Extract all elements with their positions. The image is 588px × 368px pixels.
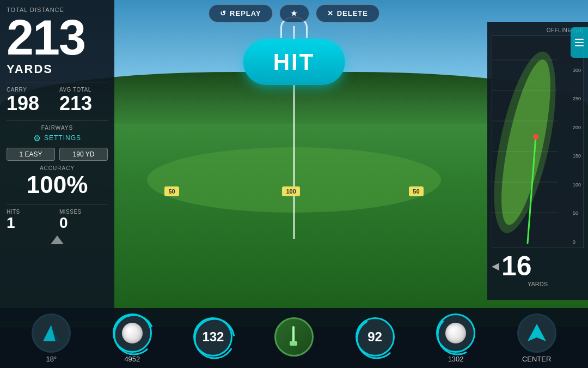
ball-speed-value: 4952 xyxy=(124,355,140,363)
misses-col: MISSES 0 xyxy=(59,209,108,232)
svg-marker-18 xyxy=(528,324,546,341)
center-label: CENTER xyxy=(522,355,551,363)
center-direction-icon xyxy=(526,322,548,344)
hits-row: HITS 1 MISSES 0 xyxy=(7,209,108,232)
menu-button[interactable] xyxy=(571,27,588,58)
sidespin-circle xyxy=(436,313,475,353)
delete-button[interactable]: ✕ DELETE xyxy=(316,4,379,22)
difficulty-badge: 1 EASY xyxy=(7,148,55,161)
backspin-arc xyxy=(356,317,398,360)
replay-button[interactable]: ↺ REPLAY xyxy=(209,4,273,22)
divider1 xyxy=(7,82,108,82)
yard-marker-center: 100 xyxy=(282,186,299,196)
accuracy-section: ACCURACY 100% xyxy=(7,165,108,198)
difficulty-row: 1 EASY 190 YD xyxy=(7,148,108,161)
svg-point-16 xyxy=(357,319,396,358)
minimap: 350 300 250 200 150 100 50 0 xyxy=(492,35,584,248)
angle-circle xyxy=(32,313,71,353)
sidespin-value: 1302 xyxy=(448,355,464,363)
offline-value-row: ◀ 16 xyxy=(492,252,584,280)
swing-speed-stat: 132 xyxy=(193,317,232,359)
scale-0: 0 xyxy=(573,239,581,245)
accuracy-label: ACCURACY xyxy=(7,165,108,171)
club-stat xyxy=(274,317,314,359)
yard-marker-left: 50 xyxy=(164,186,179,196)
scale-100: 100 xyxy=(573,182,581,188)
fairways-label: FAIRWAYS xyxy=(7,125,108,131)
svg-rect-15 xyxy=(290,341,297,346)
yardage-badge: 190 YD xyxy=(59,148,108,161)
delete-icon: ✕ xyxy=(327,9,334,17)
swing-speed-circle: 132 xyxy=(193,317,232,357)
swing-speed-arc xyxy=(193,317,236,360)
angle-stat: 18° xyxy=(32,313,71,363)
left-stats-panel: TOTAL DISTANCE 213 YARDS CARRY 198 AVG T… xyxy=(0,0,114,322)
ball-speed-stat: 4952 xyxy=(113,313,152,363)
angle-value: 18° xyxy=(46,355,57,363)
angle-indicator-icon xyxy=(40,322,62,344)
menu-line-2 xyxy=(575,42,584,43)
divider3 xyxy=(7,204,108,204)
scale-50: 50 xyxy=(573,210,581,216)
right-minimap-panel: OFFLINE (yd) 350 300 250 200 150 100 50 … xyxy=(487,22,588,300)
replay-label: REPLAY xyxy=(230,9,261,17)
offline-label: OFFLINE (yd) xyxy=(492,27,584,33)
svg-rect-14 xyxy=(292,326,295,342)
yard-scale: 350 300 250 200 150 100 50 0 xyxy=(573,39,581,245)
misses-label: MISSES xyxy=(59,209,108,215)
hits-value: 1 xyxy=(7,215,55,232)
svg-point-12 xyxy=(114,315,154,354)
scale-250: 250 xyxy=(573,96,581,101)
scale-200: 200 xyxy=(573,125,581,130)
settings-label: SETTINGS xyxy=(44,134,81,142)
backspin-stat: 92 xyxy=(356,317,395,359)
offline-value: 16 xyxy=(501,252,532,280)
center-circle xyxy=(517,313,556,353)
club-circle[interactable] xyxy=(274,317,314,357)
offline-yards-label: YARDS xyxy=(492,281,584,287)
ball-speed-circle xyxy=(113,313,152,353)
carry-value: 198 xyxy=(7,93,55,114)
scale-150: 150 xyxy=(573,153,581,159)
bottom-toolbar: 18° 4952 132 xyxy=(0,308,588,368)
star-icon: ★ xyxy=(291,9,298,17)
delete-label: DELETE xyxy=(337,9,368,17)
divider2 xyxy=(7,120,108,120)
carry-row: CARRY 198 AVG TOTAL 213 xyxy=(7,87,108,114)
menu-line-3 xyxy=(575,45,584,46)
sidespin-stat: 1302 xyxy=(436,313,475,363)
svg-point-13 xyxy=(195,319,234,358)
total-distance-value: 213 xyxy=(7,13,108,62)
hits-col: HITS 1 xyxy=(7,209,55,232)
yard-marker-right: 50 xyxy=(409,186,423,196)
collapse-triangle-icon[interactable] xyxy=(51,236,64,244)
minimap-grid-svg xyxy=(492,36,568,248)
avg-total-col: AVG TOTAL 213 xyxy=(59,87,108,114)
carry-col: CARRY 198 xyxy=(7,87,55,114)
top-navigation: ↺ REPLAY ★ ✕ DELETE xyxy=(209,4,379,22)
svg-point-17 xyxy=(438,315,477,354)
menu-line-1 xyxy=(575,39,584,40)
hits-label: HITS xyxy=(7,209,55,215)
ball-speed-arc xyxy=(113,313,155,356)
backspin-circle: 92 xyxy=(356,317,395,357)
hit-button[interactable]: HIT xyxy=(243,39,345,85)
accuracy-value: 100% xyxy=(7,171,108,198)
club-icon xyxy=(284,325,304,349)
gear-icon: ⚙ xyxy=(33,133,41,143)
misses-value: 0 xyxy=(59,215,108,232)
scale-300: 300 xyxy=(573,68,581,73)
offline-arrow-icon: ◀ xyxy=(492,260,499,272)
settings-row[interactable]: ⚙ SETTINGS xyxy=(7,133,108,143)
center-stat: CENTER xyxy=(517,313,556,363)
avg-total-value: 213 xyxy=(59,93,108,114)
replay-icon: ↺ xyxy=(220,9,226,17)
sidespin-arc xyxy=(436,313,479,356)
favorite-button[interactable]: ★ xyxy=(279,4,309,22)
